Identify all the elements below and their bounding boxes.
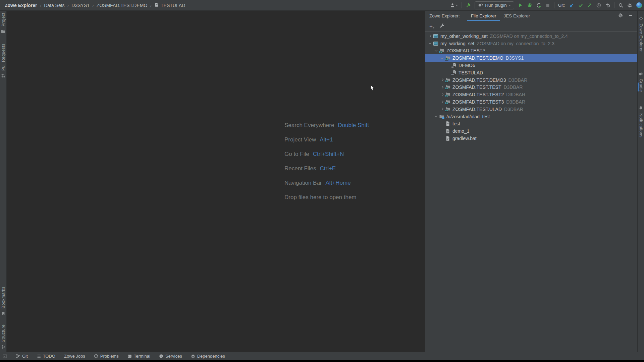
run-button[interactable] xyxy=(518,3,523,8)
settings-gear-icon[interactable] xyxy=(627,3,633,8)
code-with-me-sphere-icon[interactable] xyxy=(636,2,642,8)
shortcut-action-label: Navigation Bar xyxy=(284,180,322,186)
status-item-todo[interactable]: TODO xyxy=(37,354,55,359)
sidebar-item-pull-requests[interactable]: Pull Requests xyxy=(1,44,6,71)
hide-tool-window-icon[interactable] xyxy=(629,13,633,18)
tree-node-icon: DS MEM xyxy=(445,107,451,112)
sidebar-item-gradle[interactable]: Gradle xyxy=(639,79,643,92)
tree-chevron-icon[interactable] xyxy=(439,136,444,141)
tree-row[interactable]: DS MEM ZOSMFAD.TEST.ULAD D3DBAR xyxy=(425,106,637,113)
tree-row[interactable]: DS MEM ZOSMFAD.TEST.TEST2 D3DBAR xyxy=(425,91,637,98)
tree-node-label: DEMO6 xyxy=(459,63,475,68)
tree-node-label: ZOSMFAD.TEST.DEMO xyxy=(452,55,503,61)
sidebar-item-zowe-explorer[interactable]: Zowe Explorer xyxy=(639,23,643,52)
status-item-dependencies[interactable]: Dependencies xyxy=(191,354,225,359)
tree-chevron-icon[interactable] xyxy=(445,70,450,75)
tool-window-header-actions xyxy=(618,13,637,19)
tree-chevron-icon[interactable] xyxy=(439,77,444,82)
tool-window-tab[interactable]: File Explorer xyxy=(467,11,500,21)
tree-row[interactable]: DS MEM ZOSMFAD.TEST.DEMO D3SYS1 xyxy=(425,54,637,62)
status-item-terminal[interactable]: Terminal xyxy=(127,354,150,359)
toolbar-separator xyxy=(614,2,614,8)
shortcut-keystroke: Alt+Home xyxy=(326,180,351,186)
status-item-services[interactable]: Services xyxy=(159,354,182,359)
tree-row[interactable]: DS MEM test xyxy=(425,120,637,128)
tool-window-tabs: File Explorer JES Explorer xyxy=(467,11,534,21)
tree-node-icon: DS MEM xyxy=(445,77,451,83)
tree-chevron-icon[interactable] xyxy=(445,63,450,68)
top-navigation-bar: Zowe Explorer Data Sets D3SYS1 Z xyxy=(0,0,644,11)
tool-window-title: Zowe Explorer: xyxy=(429,13,460,18)
add-button[interactable]: + xyxy=(429,24,434,29)
tree-node-suffix: D3DBAR xyxy=(506,92,525,97)
tree-row[interactable]: DS MEM ZOSMFAD.TEST.TEST D3DBAR xyxy=(425,84,637,91)
editor-shortcut-hints: Search Everywhere Double Shift Project V… xyxy=(284,118,369,204)
tree-row[interactable]: DS MEM ZOSMFAD.TEST.* xyxy=(425,47,637,55)
main-toolbar: Run plugin Git: xyxy=(450,1,644,9)
status-item-git[interactable]: Git xyxy=(16,354,28,359)
git-update-icon[interactable] xyxy=(569,3,574,8)
tree-chevron-icon[interactable] xyxy=(439,121,444,126)
tab-label: JES Explorer xyxy=(504,13,530,18)
breadcrumb-item[interactable]: D3SYS1 xyxy=(65,3,90,8)
build-hammer-icon[interactable] xyxy=(466,3,471,8)
tree-row[interactable]: DS MEM ZOSMFAD.TEST.TEST3 D3DBAR xyxy=(425,98,637,106)
tree-chevron-icon[interactable] xyxy=(439,85,444,90)
tree-chevron-icon[interactable] xyxy=(439,107,444,112)
run-configuration-dropdown[interactable]: Run plugin xyxy=(475,1,514,9)
tree-chevron-icon[interactable] xyxy=(433,114,438,119)
sidebar-item-project[interactable]: Project xyxy=(1,13,6,26)
tree-chevron-icon[interactable] xyxy=(433,48,438,53)
tree-node-icon: DS MEM xyxy=(433,41,439,46)
settings-wrench-icon[interactable] xyxy=(440,23,445,29)
breadcrumb-item[interactable]: Zowe Explorer xyxy=(5,3,37,8)
profiler-button[interactable] xyxy=(536,3,541,8)
rollback-icon[interactable] xyxy=(605,3,610,8)
tree-node-icon: DS MEM xyxy=(445,55,451,61)
tree-node-icon: DS MEM xyxy=(445,128,451,134)
user-account-icon[interactable] xyxy=(450,3,458,8)
bookmark-icon xyxy=(1,311,6,316)
tree-node-icon: DS MEM xyxy=(433,34,439,39)
tree-row[interactable]: DS MEM TESTULAD xyxy=(425,69,637,76)
tool-window-gear-icon[interactable] xyxy=(618,13,623,19)
status-item-problems[interactable]: Problems xyxy=(94,354,119,359)
shortcut-keystroke: Ctrl+E xyxy=(320,165,336,172)
sidebar-item-structure[interactable]: Structure xyxy=(1,324,6,342)
svg-text:DS: DS xyxy=(439,51,442,54)
sidebar-item-notifications[interactable]: Notifications xyxy=(639,113,643,137)
tree-row[interactable]: DS MEM gradlew.bat xyxy=(425,135,637,142)
toolbar-separator xyxy=(554,2,554,8)
breadcrumb-item[interactable]: ZOSMFAD.TEST.DEMO xyxy=(90,3,147,8)
breadcrumb-item[interactable]: TESTULAD xyxy=(147,2,185,8)
tool-window-switcher-icon[interactable] xyxy=(3,354,7,358)
tree-row[interactable]: DS MEM /u/zosmfad/ulad_test xyxy=(425,113,637,120)
tree-chevron-icon[interactable] xyxy=(439,56,444,61)
tree-chevron-icon[interactable] xyxy=(439,100,444,105)
tree-chevron-icon[interactable] xyxy=(427,41,432,46)
right-tool-window-stripe: Z Zowe Explorer Gradle Notifications xyxy=(637,11,644,352)
tree-node-label: TESTULAD xyxy=(459,70,483,75)
status-item-zowe-jobs[interactable]: Zowe Jobs xyxy=(64,354,85,359)
tree-row[interactable]: DS MEM my_working_set ZOSMFAD on my_conn… xyxy=(425,40,637,47)
tree-chevron-icon[interactable] xyxy=(439,129,444,134)
zowe-logo-icon: Z xyxy=(639,16,643,21)
tree-chevron-icon[interactable] xyxy=(427,34,432,39)
tree-chevron-icon[interactable] xyxy=(439,92,444,97)
tree-row[interactable]: DS MEM demo_1 xyxy=(425,127,637,135)
tree-row[interactable]: DS MEM DEMO6 xyxy=(425,62,637,69)
tree-node-suffix: D3DBAR xyxy=(503,84,523,90)
sidebar-item-bookmarks[interactable]: Bookmarks xyxy=(1,287,6,308)
tool-window-tab[interactable]: JES Explorer xyxy=(500,11,534,21)
status-item-label: Git xyxy=(22,354,28,359)
tree-row[interactable]: DS MEM ZOSMFAD.TEST.DEMO3 D3DBAR xyxy=(425,76,637,84)
breadcrumb-item[interactable]: Data Sets xyxy=(37,3,64,8)
search-everywhere-icon[interactable] xyxy=(618,3,624,8)
debug-button[interactable] xyxy=(527,3,532,8)
tree-row[interactable]: DS MEM my_other_working_set ZOSMFAD on m… xyxy=(425,33,637,40)
status-item-label: Dependencies xyxy=(197,354,225,359)
git-push-icon[interactable] xyxy=(587,3,592,8)
status-item-label: TODO xyxy=(43,354,55,359)
git-commit-icon[interactable] xyxy=(578,3,583,8)
status-item-label: Problems xyxy=(100,354,119,359)
